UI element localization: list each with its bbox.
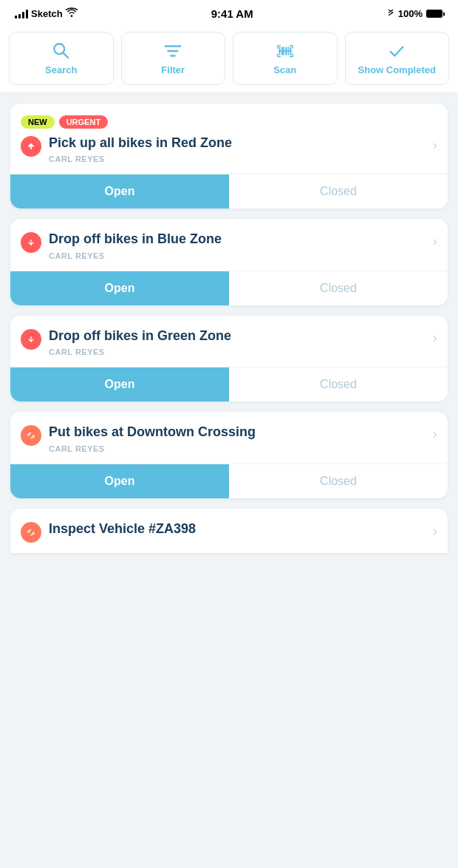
task-card: Drop off bikes in Blue Zone CARL REYES ›… xyxy=(10,219,448,305)
task-title: Put bikes at Downtown Crossing xyxy=(49,424,256,441)
badge-urgent: URGENT xyxy=(59,115,108,129)
battery-icon xyxy=(426,10,443,18)
task-title: Pick up all bikes in Red Zone xyxy=(49,135,232,152)
chevron-right-icon: › xyxy=(433,427,437,442)
status-time: 9:41 AM xyxy=(211,7,253,20)
task-assignee: CARL REYES xyxy=(49,347,231,356)
search-button[interactable]: Search xyxy=(9,32,114,85)
battery-percent: 100% xyxy=(398,8,423,19)
task-body: Inspect Vehicle #ZA398 › xyxy=(10,509,448,553)
task-assignee: CARL REYES xyxy=(49,155,232,163)
task-header[interactable]: Drop off bikes in Blue Zone CARL REYES › xyxy=(21,231,437,260)
task-list: NEW URGENT Pick up all bikes in Red Zone… xyxy=(0,93,458,563)
task-assignee: CARL REYES xyxy=(49,444,256,453)
task-icon-arrow-down xyxy=(21,329,41,350)
task-text: Pick up all bikes in Red Zone CARL REYES xyxy=(49,135,232,163)
status-left: Sketch xyxy=(15,7,78,20)
svg-point-14 xyxy=(25,526,37,538)
task-header-left: Drop off bikes in Blue Zone CARL REYES xyxy=(21,231,427,260)
task-header-left: Drop off bikes in Green Zone CARL REYES xyxy=(21,328,427,356)
task-body: Drop off bikes in Green Zone CARL REYES … xyxy=(10,316,448,367)
check-icon xyxy=(387,41,406,61)
task-header-left: Inspect Vehicle #ZA398 xyxy=(21,521,427,543)
task-assignee: CARL REYES xyxy=(49,251,222,260)
search-icon xyxy=(52,41,71,61)
chevron-right-icon: › xyxy=(433,330,437,346)
chevron-right-icon: › xyxy=(433,138,437,153)
task-header-left: Pick up all bikes in Red Zone CARL REYES xyxy=(21,135,427,163)
bluetooth-icon xyxy=(387,7,394,20)
task-icon-arrow-up xyxy=(21,136,41,157)
task-toggle: Open Closed xyxy=(10,174,448,208)
task-title: Inspect Vehicle #ZA398 xyxy=(49,521,196,538)
task-header[interactable]: Put bikes at Downtown Crossing CARL REYE… xyxy=(21,424,437,452)
task-header-left: Put bikes at Downtown Crossing CARL REYE… xyxy=(21,424,427,452)
task-toggle: Open Closed xyxy=(10,367,448,401)
task-icon-arrow-down xyxy=(21,232,41,253)
open-button[interactable]: Open xyxy=(10,174,229,208)
task-toggle: Open Closed xyxy=(10,464,448,498)
task-card: Drop off bikes in Green Zone CARL REYES … xyxy=(10,316,448,401)
task-header[interactable]: Pick up all bikes in Red Zone CARL REYES… xyxy=(21,135,437,163)
show-completed-button[interactable]: Show Completed xyxy=(345,32,450,85)
task-text: Drop off bikes in Blue Zone CARL REYES xyxy=(49,231,222,260)
task-body: Put bikes at Downtown Crossing CARL REYE… xyxy=(10,412,448,463)
task-icon-rebalance xyxy=(21,522,41,543)
filter-label: Filter xyxy=(161,64,185,75)
closed-button[interactable]: Closed xyxy=(229,367,448,401)
open-button[interactable]: Open xyxy=(10,367,229,401)
filter-icon xyxy=(163,41,182,61)
badge-new: NEW xyxy=(21,115,55,129)
task-text: Put bikes at Downtown Crossing CARL REYE… xyxy=(49,424,256,452)
open-button[interactable]: Open xyxy=(10,464,229,498)
signal-icon xyxy=(15,10,28,18)
task-toggle: Open Closed xyxy=(10,271,448,305)
carrier-label: Sketch xyxy=(31,8,63,19)
task-text: Inspect Vehicle #ZA398 xyxy=(49,521,196,538)
task-icon-rebalance xyxy=(21,425,41,446)
closed-button[interactable]: Closed xyxy=(229,464,448,498)
task-card: Put bikes at Downtown Crossing CARL REYE… xyxy=(10,412,448,498)
filter-button[interactable]: Filter xyxy=(121,32,226,85)
task-text: Drop off bikes in Green Zone CARL REYES xyxy=(49,328,231,356)
scan-button[interactable]: Scan xyxy=(233,32,338,85)
scan-icon xyxy=(276,41,295,61)
search-label: Search xyxy=(45,64,77,75)
task-header[interactable]: Inspect Vehicle #ZA398 › xyxy=(21,521,437,543)
status-bar: Sketch 9:41 AM 100% xyxy=(0,0,458,24)
open-button[interactable]: Open xyxy=(10,271,229,305)
task-body: Drop off bikes in Blue Zone CARL REYES › xyxy=(10,219,448,270)
toolbar: Search Filter xyxy=(0,24,458,93)
task-badges: NEW URGENT xyxy=(21,115,437,129)
closed-button[interactable]: Closed xyxy=(229,174,448,208)
chevron-right-icon: › xyxy=(433,523,437,539)
task-title: Drop off bikes in Green Zone xyxy=(49,328,231,345)
chevron-right-icon: › xyxy=(433,234,437,249)
scan-label: Scan xyxy=(273,64,296,75)
wifi-icon xyxy=(66,7,78,20)
task-header[interactable]: Drop off bikes in Green Zone CARL REYES … xyxy=(21,328,437,356)
closed-button[interactable]: Closed xyxy=(229,271,448,305)
task-card-partial: Inspect Vehicle #ZA398 › xyxy=(10,509,448,553)
task-body: NEW URGENT Pick up all bikes in Red Zone… xyxy=(10,104,448,174)
status-right: 100% xyxy=(387,7,443,20)
task-card: NEW URGENT Pick up all bikes in Red Zone… xyxy=(10,104,448,208)
task-title: Drop off bikes in Blue Zone xyxy=(49,231,222,248)
svg-point-13 xyxy=(25,430,37,441)
show-completed-label: Show Completed xyxy=(358,64,436,75)
svg-line-1 xyxy=(63,52,68,58)
